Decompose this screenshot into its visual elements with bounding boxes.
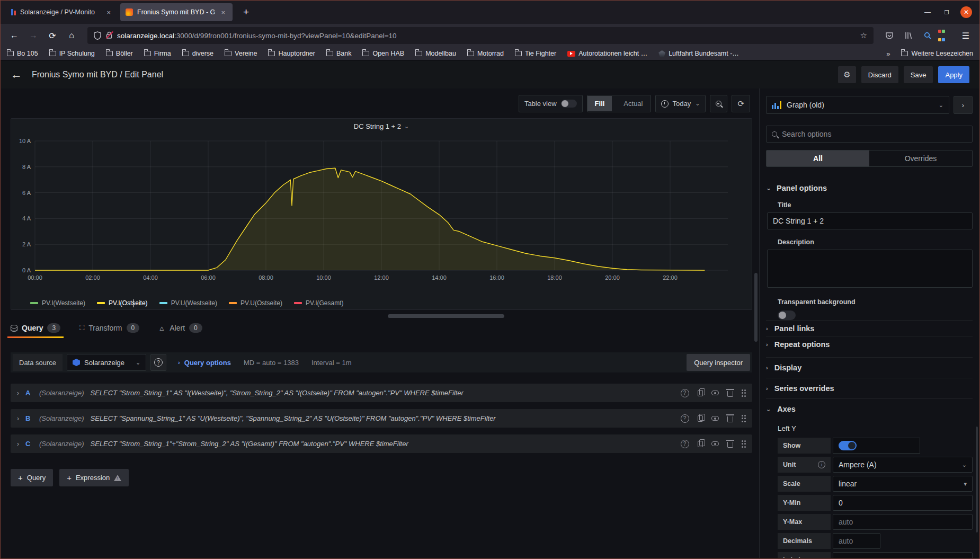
legend-item[interactable]: PV.U(Westseite) <box>159 299 217 307</box>
scrollbar-thumb[interactable] <box>754 273 758 342</box>
fill-option[interactable]: Fill <box>587 96 612 111</box>
panel-resize-handle[interactable] <box>388 314 504 318</box>
tab-close-icon[interactable]: × <box>104 7 113 17</box>
panel-title[interactable]: DC String 1 + 2 ⌄ <box>11 119 752 134</box>
section-repeat-options[interactable]: › Repeat options <box>766 336 973 352</box>
settings-gear-button[interactable]: ⚙ <box>838 66 856 83</box>
legend-item[interactable]: PV.I(Ostseite) <box>97 299 148 307</box>
ymax-input[interactable] <box>839 518 967 526</box>
extension-grid-icon[interactable] <box>938 28 955 43</box>
browser-tab-solaranzeige[interactable]: Solaranzeige / PV-Monito × <box>6 3 118 21</box>
reload-icon[interactable]: ⟳ <box>44 28 61 43</box>
pocket-icon[interactable] <box>881 28 898 43</box>
options-search[interactable] <box>766 126 973 143</box>
bookmark-item[interactable]: Tie Fighter <box>515 50 556 57</box>
description-textarea[interactable] <box>767 250 973 288</box>
table-view-toggle[interactable]: Table view <box>519 95 583 112</box>
insecure-lock-icon[interactable] <box>106 31 112 40</box>
datasource-picker[interactable]: Solaranzeige ⌄ <box>67 354 146 371</box>
maximize-button[interactable]: ❐ <box>941 10 952 15</box>
help-icon[interactable]: ? <box>681 389 689 397</box>
zoom-out-button[interactable] <box>710 95 727 112</box>
decimals-input[interactable] <box>839 537 875 545</box>
panel-title-input[interactable] <box>767 212 973 229</box>
chevron-right-icon[interactable]: › <box>17 415 19 422</box>
query-inspector-button[interactable]: Query inspector <box>687 354 750 371</box>
datasource-help-button[interactable]: ? <box>150 354 166 371</box>
options-search-input[interactable] <box>782 130 967 138</box>
forward-icon[interactable]: → <box>25 28 42 43</box>
close-button[interactable]: ✕ <box>960 6 972 18</box>
bookmark-item[interactable]: Böller <box>106 50 133 57</box>
tab-transform[interactable]: ⛶ Transform 0 <box>79 323 139 338</box>
bookmark-star-icon[interactable]: ☆ <box>860 31 867 40</box>
bookmark-item[interactable]: Motorrad <box>467 50 504 57</box>
time-range-picker[interactable]: Today ⌄ <box>655 95 706 112</box>
bookmark-item[interactable]: IP Schulung <box>49 50 95 57</box>
url-bar[interactable]: solaranzeige.local:3000/d/99fron001/fron… <box>87 27 874 44</box>
bookmark-item[interactable]: diverse <box>182 50 213 57</box>
bookmark-item[interactable]: Modellbau <box>415 50 456 57</box>
bookmark-item[interactable]: Vereine <box>225 50 257 57</box>
search-extension-icon[interactable] <box>919 28 936 43</box>
drag-handle-icon[interactable] <box>742 389 746 397</box>
tab-alert[interactable]: 🜂 Alert 0 <box>158 323 202 338</box>
bookmark-more-folder[interactable]: Weitere Lesezeichen <box>901 50 973 57</box>
bookmark-item[interactable]: Bank <box>326 50 352 57</box>
actual-option[interactable]: Actual <box>616 96 650 111</box>
legend-item[interactable]: PV.U(Ostseite) <box>229 299 282 307</box>
library-icon[interactable] <box>900 28 917 43</box>
tab-all[interactable]: All <box>767 150 869 166</box>
duplicate-icon[interactable] <box>698 390 703 396</box>
chart-svg[interactable]: 0 A2 A4 A6 A8 A10 A00:0002:0004:0006:000… <box>15 134 748 297</box>
collapse-pane-button[interactable]: › <box>954 96 973 114</box>
bookmark-item[interactable]: Autorotationen leicht … <box>567 50 647 57</box>
toggle-off-icon[interactable] <box>561 100 577 108</box>
show-axis-toggle[interactable] <box>839 441 857 450</box>
section-panel-links[interactable]: › Panel links <box>766 320 973 336</box>
bookmarks-overflow-icon[interactable]: » <box>886 50 890 58</box>
minimize-button[interactable]: — <box>922 8 933 16</box>
query-options-toggle[interactable]: › Query options <box>178 359 231 367</box>
discard-button[interactable]: Discard <box>861 66 898 83</box>
query-row[interactable]: › C (Solaranzeige) SELECT "Strom_String_… <box>11 434 752 453</box>
home-icon[interactable]: ⌂ <box>63 28 80 43</box>
bookmark-item[interactable]: Firma <box>144 50 171 57</box>
duplicate-icon[interactable] <box>698 441 703 447</box>
trash-icon[interactable] <box>727 416 733 422</box>
apply-button[interactable]: Apply <box>938 66 969 83</box>
drag-handle-icon[interactable] <box>742 440 746 448</box>
transparent-bg-toggle[interactable] <box>778 310 796 320</box>
unit-select[interactable]: Ampere (A) ⌄ <box>833 457 973 473</box>
bookmark-item[interactable]: Bo 105 <box>7 50 38 57</box>
trash-icon[interactable] <box>727 442 733 448</box>
help-icon[interactable]: ? <box>681 440 689 448</box>
chevron-right-icon[interactable]: › <box>17 389 19 397</box>
trash-icon[interactable] <box>727 391 733 397</box>
legend-item[interactable]: PV.I(Gesamt) <box>294 299 344 307</box>
query-row[interactable]: › A (Solaranzeige) SELECT "Strom_String_… <box>11 384 752 402</box>
visualization-picker[interactable]: Graph (old) ⌄ <box>766 96 949 114</box>
shield-icon[interactable] <box>94 31 101 40</box>
bookmark-item[interactable]: Luftfahrt Bundesamt -… <box>658 50 739 57</box>
axis-label-input[interactable] <box>839 556 967 558</box>
new-tab-button[interactable]: + <box>239 6 253 18</box>
save-button[interactable]: Save <box>904 66 933 83</box>
browser-tab-fronius[interactable]: Fronius Symo mit BYD - G × <box>120 3 233 21</box>
scale-select[interactable]: linear ▾ <box>833 476 973 492</box>
drag-handle-icon[interactable] <box>742 415 746 422</box>
query-row[interactable]: › B (Solaranzeige) SELECT "Spannung_Stri… <box>11 409 752 428</box>
section-panel-options[interactable]: ⌄ Panel options <box>766 184 973 192</box>
back-icon[interactable]: ← <box>6 28 23 43</box>
legend-item[interactable]: PV.I(Westseite) <box>30 299 85 307</box>
section-series-overrides[interactable]: › Series overrides <box>766 378 973 398</box>
menu-icon[interactable]: ☰ <box>957 28 974 43</box>
add-query-button[interactable]: + Query <box>11 469 53 486</box>
eye-icon[interactable] <box>711 441 719 446</box>
ymin-input[interactable] <box>839 499 967 507</box>
duplicate-icon[interactable] <box>698 415 703 422</box>
help-icon[interactable]: ? <box>681 414 689 423</box>
refresh-button[interactable]: ⟳ <box>732 95 750 112</box>
eye-icon[interactable] <box>711 416 719 421</box>
pane-scrollbar-thumb[interactable] <box>976 427 978 533</box>
